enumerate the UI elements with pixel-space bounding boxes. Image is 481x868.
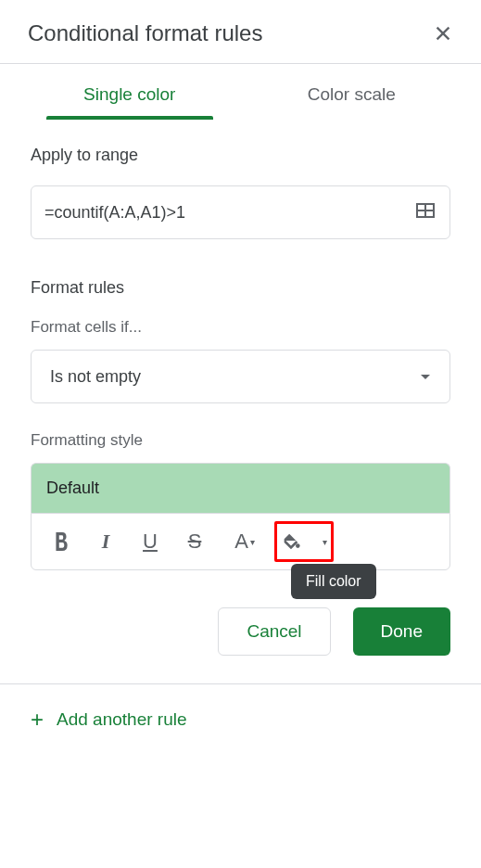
tab-color-scale[interactable]: Color scale	[241, 64, 463, 120]
close-button[interactable]	[433, 23, 453, 44]
done-button[interactable]: Done	[353, 607, 450, 656]
grid-icon	[414, 199, 437, 222]
condition-value: Is not empty	[50, 367, 141, 387]
fill-color-tooltip: Fill color	[291, 564, 376, 599]
strikethrough-icon: S	[188, 530, 202, 554]
range-input-container	[31, 185, 450, 239]
fill-color-button[interactable]: ▾	[274, 521, 334, 562]
tabs-container: Single color Color scale	[0, 64, 481, 120]
format-cells-if-label: Format cells if...	[31, 318, 450, 337]
chevron-down-icon: ▾	[250, 537, 255, 547]
plus-icon: +	[31, 707, 44, 733]
add-rule-button[interactable]: + Add another rule	[31, 707, 450, 733]
italic-icon: I	[102, 530, 110, 554]
panel-title: Conditional format rules	[28, 20, 262, 46]
svg-point-5	[296, 543, 300, 548]
content-area: Apply to range Format rules Format cells…	[0, 120, 481, 683]
fill-color-icon	[281, 531, 301, 552]
range-input[interactable]	[44, 203, 414, 223]
chevron-down-icon	[420, 368, 431, 385]
condition-select[interactable]: Is not empty	[31, 350, 450, 403]
close-icon	[433, 23, 453, 44]
cancel-button[interactable]: Cancel	[218, 607, 330, 656]
action-buttons: Cancel Done	[31, 570, 450, 683]
strikethrough-button[interactable]: S	[174, 521, 215, 562]
bold-icon	[53, 532, 70, 551]
text-color-icon: A	[234, 530, 248, 554]
select-range-button[interactable]	[414, 199, 437, 225]
tab-single-color[interactable]: Single color	[19, 64, 241, 120]
apply-to-range-label: Apply to range	[31, 146, 450, 165]
underline-button[interactable]: U	[130, 521, 171, 562]
format-rules-label: Format rules	[31, 278, 450, 298]
italic-button[interactable]: I	[85, 521, 126, 562]
formatting-style-label: Formatting style	[31, 431, 450, 450]
style-preview: Default	[31, 463, 450, 513]
chevron-down-icon: ▾	[323, 537, 327, 547]
conditional-format-panel: Conditional format rules Single color Co…	[0, 0, 481, 755]
add-rule-label: Add another rule	[57, 709, 187, 730]
format-toolbar: I U S A ▾ ▾ Fill color	[31, 513, 450, 570]
bold-button[interactable]	[41, 521, 82, 562]
text-color-button[interactable]: A ▾	[219, 521, 271, 562]
panel-header: Conditional format rules	[0, 0, 481, 63]
add-rule-section: + Add another rule	[0, 684, 481, 755]
underline-icon: U	[143, 530, 158, 554]
